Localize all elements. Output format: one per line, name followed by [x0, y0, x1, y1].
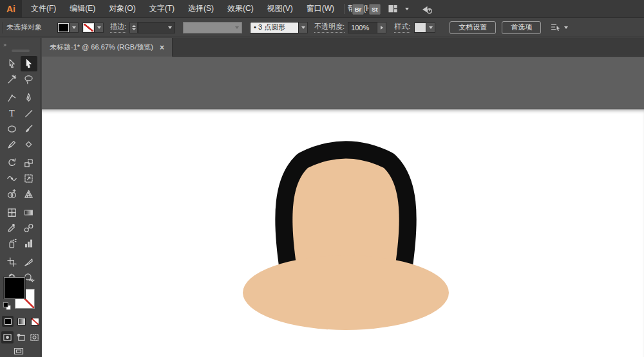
style-dropdown[interactable]: [426, 23, 435, 33]
artboard-tool[interactable]: [4, 254, 21, 270]
anchor-point-tool[interactable]: [4, 90, 21, 105]
menu-separator: [344, 4, 345, 14]
eraser-icon: [23, 139, 34, 150]
stock-button[interactable]: St: [369, 4, 381, 15]
direct-selection-tool[interactable]: [21, 56, 37, 71]
slice-icon: [23, 257, 34, 268]
app-logo: Ai: [0, 0, 22, 18]
free-transform-icon: [23, 173, 34, 184]
eraser-tool[interactable]: [21, 136, 37, 152]
gradient-tool[interactable]: [21, 205, 37, 220]
menu-item-T[interactable]: 文字(T): [149, 3, 175, 14]
close-icon[interactable]: ×: [160, 44, 164, 51]
svg-text:T: T: [9, 108, 15, 118]
magic-wand-tool[interactable]: [4, 71, 21, 87]
stroke-color-swatch[interactable]: [82, 23, 95, 33]
gradient-button[interactable]: [15, 316, 27, 327]
opacity-field[interactable]: 100%: [348, 22, 377, 33]
menu-item-O[interactable]: 对象(O): [109, 3, 135, 14]
stroke-weight-label[interactable]: 描边:: [110, 22, 126, 33]
menu-item-C[interactable]: 效果(C): [227, 3, 254, 14]
free-transform-tool[interactable]: [21, 170, 37, 186]
menu-bar-right: Br St: [344, 0, 435, 18]
brush-definition-dropdown[interactable]: [299, 22, 308, 33]
control-bar: 未选择对象 描边: • 3 点圆形 不透明度: 100% 样式: 文档设置 首选…: [0, 18, 644, 37]
line-segment-tool[interactable]: [21, 105, 37, 121]
artwork-figure: [42, 57, 644, 357]
line-icon: [23, 108, 34, 119]
document-area: 未标题-1* @ 66.67% (RGB/预览) ×: [42, 38, 644, 357]
collapse-panel-button[interactable]: [3, 40, 9, 45]
stroke-color-dropdown[interactable]: [95, 23, 104, 33]
column-graph-tool[interactable]: [21, 235, 37, 251]
menu-item-W[interactable]: 窗口(W): [307, 3, 334, 14]
pencil-tool[interactable]: [4, 136, 21, 152]
shape-builder-icon: [6, 188, 17, 199]
paintbrush-tool[interactable]: [21, 121, 37, 136]
rotate-tool[interactable]: [4, 155, 21, 170]
style-label[interactable]: 样式:: [394, 22, 410, 33]
fill-color-swatch[interactable]: [57, 23, 70, 33]
draw-inside-button[interactable]: [28, 331, 41, 343]
brush-definition-select[interactable]: • 3 点圆形: [250, 22, 299, 33]
width-tool[interactable]: [4, 170, 21, 186]
screen-mode-button[interactable]: [12, 346, 26, 356]
chevron-down-icon[interactable]: [564, 26, 568, 29]
menu-item-S[interactable]: 选择(S): [188, 3, 214, 14]
eyedropper-tool[interactable]: [4, 220, 21, 235]
eyedropper-icon: [6, 223, 17, 233]
type-tool[interactable]: T: [4, 105, 21, 121]
stroke-weight-stepper[interactable]: [129, 22, 138, 33]
main-menu: 文件(F)编辑(E)对象(O)文字(T)选择(S)效果(C)视图(V)窗口(W)…: [31, 3, 374, 14]
chevron-down-icon[interactable]: [405, 8, 409, 10]
fill-stroke-indicator: [0, 276, 41, 313]
selection-tool[interactable]: [4, 56, 21, 71]
blend-tool[interactable]: [21, 220, 37, 235]
arrange-panel-icon[interactable]: [549, 23, 562, 33]
perspective-grid-tool[interactable]: [21, 186, 37, 201]
fill-color-dropdown[interactable]: [70, 23, 79, 33]
pen-tool[interactable]: [21, 90, 37, 105]
draw-normal-button[interactable]: [1, 331, 14, 343]
fill-indicator[interactable]: [4, 277, 25, 298]
menu-item-E[interactable]: 编辑(E): [70, 3, 95, 14]
artboard-icon: [6, 257, 17, 268]
draw-behind-button[interactable]: [15, 331, 27, 343]
scale-tool[interactable]: [21, 155, 37, 170]
type-icon: T: [6, 108, 17, 119]
canvas-pasteboard[interactable]: [42, 57, 644, 357]
document-tab[interactable]: 未标题-1* @ 66.67% (RGB/预览) ×: [42, 38, 173, 57]
swap-fill-stroke-icon[interactable]: [28, 276, 37, 284]
control-bar-grip[interactable]: [2, 22, 3, 33]
style-swatch[interactable]: [414, 23, 426, 33]
lasso-tool[interactable]: [21, 71, 37, 87]
menu-item-V[interactable]: 视图(V): [267, 3, 293, 14]
document-tab-title: 未标题-1* @ 66.67% (RGB/预览): [50, 42, 153, 52]
selection-status: 未选择对象: [6, 23, 42, 32]
ellipse-icon: [6, 124, 17, 134]
panel-drag-handle[interactable]: [12, 50, 30, 52]
preferences-button[interactable]: 首选项: [502, 21, 541, 34]
default-fill-stroke-icon[interactable]: [3, 302, 12, 311]
opacity-label[interactable]: 不透明度:: [314, 22, 345, 33]
workspace-switcher-icon[interactable]: [386, 5, 400, 14]
slice-tool[interactable]: [21, 254, 37, 270]
ellipse-tool[interactable]: [4, 121, 21, 136]
body-ellipse-shape[interactable]: [243, 255, 449, 330]
color-button[interactable]: [2, 316, 14, 327]
step-up-icon: [132, 25, 136, 27]
none-button[interactable]: [29, 316, 41, 327]
bridge-button[interactable]: Br: [352, 4, 364, 15]
stroke-weight-select[interactable]: [138, 22, 175, 33]
opacity-expand-button[interactable]: [377, 22, 386, 33]
blend-icon: [23, 223, 34, 233]
announcements-icon[interactable]: [419, 4, 435, 15]
mesh-tool[interactable]: [4, 205, 21, 220]
perspective-grid-icon: [23, 188, 34, 199]
document-setup-button[interactable]: 文档设置: [450, 21, 496, 34]
shape-builder-tool[interactable]: [4, 186, 21, 201]
menu-item-F[interactable]: 文件(F): [31, 3, 56, 14]
head-shape[interactable]: [292, 159, 399, 270]
magic-wand-icon: [6, 74, 17, 85]
symbol-sprayer-tool[interactable]: [4, 235, 21, 251]
